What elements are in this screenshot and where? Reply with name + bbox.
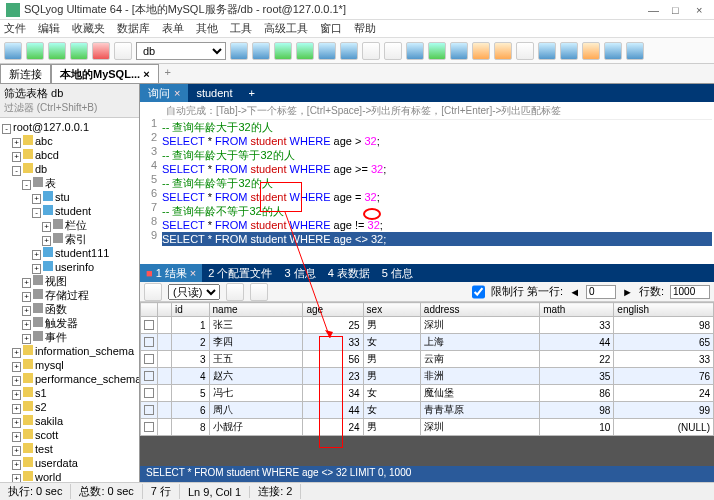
- tool-11[interactable]: [450, 42, 468, 60]
- save-icon[interactable]: [250, 283, 268, 301]
- tool-16[interactable]: [560, 42, 578, 60]
- new-conn-tab[interactable]: 新连接: [0, 64, 51, 83]
- minimize-icon[interactable]: —: [648, 4, 660, 16]
- tree-cols: +栏位: [2, 218, 137, 232]
- table-row[interactable]: 1张三25男深圳3398: [141, 317, 714, 334]
- tool-13[interactable]: [494, 42, 512, 60]
- table-row[interactable]: 6周八44女青青草原9899: [141, 402, 714, 419]
- menu-database[interactable]: 数据库: [117, 21, 150, 36]
- refresh-button[interactable]: [70, 42, 88, 60]
- close-icon[interactable]: ×: [696, 4, 708, 16]
- tab-query[interactable]: 询问×: [140, 84, 188, 102]
- rtab-profiles[interactable]: 2 个配置文件: [202, 264, 278, 282]
- tool-12[interactable]: [472, 42, 490, 60]
- editor-hint: 自动完成：[Tab]->下一个标签，[Ctrl+Space]->列出所有标签，[…: [162, 103, 712, 120]
- rtab-data[interactable]: 4 表数据: [322, 264, 376, 282]
- filter-input[interactable]: 过滤器 (Ctrl+Shift+B): [4, 101, 135, 115]
- rtab-result[interactable]: ■1 结果×: [140, 264, 202, 282]
- menu-table[interactable]: 表单: [162, 21, 184, 36]
- rtab-info[interactable]: 3 信息: [278, 264, 321, 282]
- result-table[interactable]: id name age sex address math english 1张三…: [140, 302, 714, 436]
- tree-db: -db: [2, 162, 137, 176]
- add-tab[interactable]: +: [241, 84, 263, 102]
- tree-sp: +存储过程: [2, 288, 137, 302]
- conn-tab-1[interactable]: 本地的MySQL... ×: [51, 64, 159, 83]
- menu-tools[interactable]: 工具: [230, 21, 252, 36]
- tool-15[interactable]: [538, 42, 556, 60]
- tool-3[interactable]: [274, 42, 292, 60]
- tab-close-icon: ×: [190, 267, 196, 279]
- tree-evt: +事件: [2, 330, 137, 344]
- tree-table: +userinfo: [2, 260, 137, 274]
- menubar: 文件 编辑 收藏夹 数据库 表单 其他 工具 高级工具 窗口 帮助: [0, 20, 714, 38]
- menu-edit[interactable]: 编辑: [38, 21, 60, 36]
- tree-db: +scott: [2, 428, 137, 442]
- db-tree[interactable]: -root@127.0.0.1 +abc +abcd -db -表 +stu -…: [0, 118, 139, 482]
- format-button[interactable]: [114, 42, 132, 60]
- rtab-info2[interactable]: 5 信息: [376, 264, 419, 282]
- stop-button[interactable]: [92, 42, 110, 60]
- col-age: age: [303, 303, 363, 317]
- table-row[interactable]: 8小靓仔24男深圳10(NULL): [141, 419, 714, 436]
- tree-idx: +索引: [2, 232, 137, 246]
- sidebar: 筛选表格 db 过滤器 (Ctrl+Shift+B) -root@127.0.0…: [0, 84, 140, 482]
- app-icon: [6, 3, 20, 17]
- execute-all-button[interactable]: [48, 42, 66, 60]
- tool-9[interactable]: [406, 42, 424, 60]
- result-tabs: ■1 结果× 2 个配置文件 3 信息 4 表数据 5 信息: [140, 264, 714, 282]
- tab-close-icon[interactable]: ×: [143, 68, 149, 80]
- tool-2[interactable]: [252, 42, 270, 60]
- tree-db: +sakila: [2, 414, 137, 428]
- tool-4[interactable]: [296, 42, 314, 60]
- tool-1[interactable]: [230, 42, 248, 60]
- tool-17[interactable]: [582, 42, 600, 60]
- row-count-input[interactable]: [670, 285, 710, 299]
- menu-advtools[interactable]: 高级工具: [264, 21, 308, 36]
- readonly-select[interactable]: (只读): [168, 284, 220, 300]
- tree-tables: -表: [2, 176, 137, 190]
- menu-other[interactable]: 其他: [196, 21, 218, 36]
- col-name: name: [209, 303, 303, 317]
- tool-19[interactable]: [626, 42, 644, 60]
- code-area[interactable]: 自动完成：[Tab]->下一个标签，[Ctrl+Space]->列出所有标签，[…: [160, 102, 714, 264]
- table-row[interactable]: 3王五56男云南2233: [141, 351, 714, 368]
- first-arrow-left[interactable]: ◄: [569, 286, 580, 298]
- tree-views: +视图: [2, 274, 137, 288]
- statusbar: 执行: 0 sec 总数: 0 sec 7 行 Ln 9, Col 1 连接: …: [0, 482, 714, 500]
- limit-checkbox[interactable]: [472, 285, 485, 299]
- db-select[interactable]: db: [136, 42, 226, 60]
- table-row[interactable]: 2李四33女上海4465: [141, 334, 714, 351]
- menu-window[interactable]: 窗口: [320, 21, 342, 36]
- query-tabs: 询问× student +: [140, 84, 714, 102]
- tool-6[interactable]: [340, 42, 358, 60]
- tool-14[interactable]: [516, 42, 534, 60]
- menu-help[interactable]: 帮助: [354, 21, 376, 36]
- sql-editor[interactable]: 123456789 自动完成：[Tab]->下一个标签，[Ctrl+Space]…: [140, 102, 714, 264]
- tree-db: +userdata: [2, 456, 137, 470]
- grid-icon[interactable]: [144, 283, 162, 301]
- results: ■1 结果× 2 个配置文件 3 信息 4 表数据 5 信息 (只读) 限制行 …: [140, 264, 714, 482]
- tool-8[interactable]: [384, 42, 402, 60]
- menu-file[interactable]: 文件: [4, 21, 26, 36]
- tool-18[interactable]: [604, 42, 622, 60]
- table-row[interactable]: 4赵六23男非洲3576: [141, 368, 714, 385]
- first-row-input[interactable]: [586, 285, 616, 299]
- export-icon[interactable]: [226, 283, 244, 301]
- first-arrow-right[interactable]: ►: [622, 286, 633, 298]
- filter-label: 筛选表格 db: [4, 86, 135, 101]
- add-conn-tab[interactable]: +: [159, 64, 177, 83]
- rows-label: 行数:: [639, 284, 664, 299]
- tab-student[interactable]: student: [188, 84, 240, 102]
- tab-close-icon[interactable]: ×: [174, 87, 180, 99]
- execute-button[interactable]: [26, 42, 44, 60]
- new-conn-button[interactable]: [4, 42, 22, 60]
- col-english: english: [614, 303, 714, 317]
- tool-5[interactable]: [318, 42, 336, 60]
- table-row[interactable]: 5冯七34女魔仙堡8624: [141, 385, 714, 402]
- tree-root: -root@127.0.0.1: [2, 120, 137, 134]
- tool-7[interactable]: [362, 42, 380, 60]
- tree-fn: +函数: [2, 302, 137, 316]
- menu-fav[interactable]: 收藏夹: [72, 21, 105, 36]
- tool-10[interactable]: [428, 42, 446, 60]
- maximize-icon[interactable]: □: [672, 4, 684, 16]
